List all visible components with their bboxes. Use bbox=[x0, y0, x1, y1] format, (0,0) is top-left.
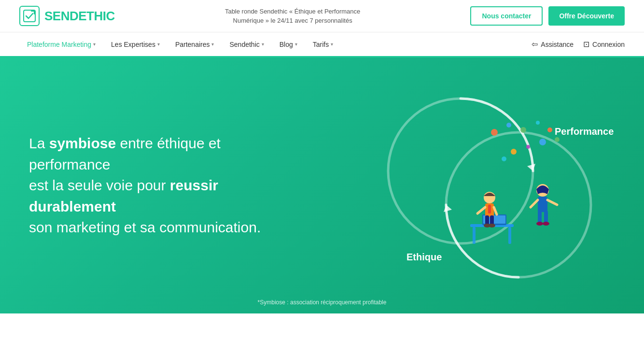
main-navbar: Plateforme Marketing ▾ Les Expertises ▾ … bbox=[0, 32, 644, 57]
svg-point-11 bbox=[526, 145, 530, 149]
chevron-down-icon: ▾ bbox=[211, 42, 214, 47]
nav-item-plateforme[interactable]: Plateforme Marketing ▾ bbox=[19, 32, 103, 57]
hero-diagram: Ethique Performance bbox=[364, 84, 615, 287]
svg-point-6 bbox=[506, 123, 511, 128]
hero-text-content: La symbiose entre éthique et performance… bbox=[0, 104, 309, 267]
hero-section: La symbiose entre éthique et performance… bbox=[0, 57, 644, 313]
svg-line-35 bbox=[531, 200, 538, 207]
svg-line-36 bbox=[547, 200, 557, 205]
connexion-link[interactable]: ⊡ Connexion bbox=[583, 40, 625, 49]
connexion-icon: ⊡ bbox=[583, 40, 589, 49]
header-cta-area: Nous contacter Offre Découverte bbox=[470, 6, 625, 26]
assistance-icon: ⇦ bbox=[532, 40, 538, 49]
svg-point-26 bbox=[489, 224, 495, 227]
svg-point-12 bbox=[539, 139, 546, 145]
chevron-down-icon: ▾ bbox=[157, 42, 160, 47]
svg-rect-0 bbox=[24, 10, 35, 22]
svg-point-5 bbox=[491, 129, 498, 136]
contact-button[interactable]: Nous contacter bbox=[470, 6, 543, 26]
circles-diagram: Ethique Performance bbox=[364, 84, 615, 287]
nav-item-blog[interactable]: Blog ▾ bbox=[272, 32, 305, 57]
logo-text: SENDETHIC bbox=[44, 9, 115, 24]
svg-line-27 bbox=[477, 207, 485, 213]
svg-rect-31 bbox=[538, 211, 542, 223]
svg-point-7 bbox=[520, 127, 526, 133]
svg-point-34 bbox=[543, 222, 549, 226]
svg-point-13 bbox=[555, 137, 560, 142]
nav-item-tarifs[interactable]: Tarifs ▾ bbox=[305, 32, 341, 57]
decouverte-button[interactable]: Offre Découverte bbox=[548, 6, 625, 26]
hero-footnote: *Symbiose : association réciproquement p… bbox=[258, 299, 387, 306]
announcement-text: Table ronde Sendethic « Éthique et Perfo… bbox=[220, 7, 365, 26]
logo[interactable]: SENDETHIC bbox=[19, 6, 115, 26]
chevron-down-icon: ▾ bbox=[93, 42, 96, 47]
chevron-down-icon: ▾ bbox=[262, 42, 264, 47]
hero-title: La symbiose entre éthique et performance… bbox=[29, 133, 280, 238]
site-header: SENDETHIC Table ronde Sendethic « Éthiqu… bbox=[0, 0, 644, 32]
svg-point-14 bbox=[502, 156, 506, 161]
svg-line-28 bbox=[494, 207, 497, 214]
svg-rect-17 bbox=[508, 227, 511, 244]
assistance-link[interactable]: ⇦ Assistance bbox=[532, 40, 574, 49]
nav-item-partenaires[interactable]: Partenaires ▾ bbox=[168, 32, 222, 57]
chevron-down-icon: ▾ bbox=[331, 42, 333, 47]
svg-point-8 bbox=[536, 121, 540, 125]
svg-rect-32 bbox=[544, 211, 548, 223]
nav-right-actions: ⇦ Assistance ⊡ Connexion bbox=[532, 40, 625, 49]
svg-point-9 bbox=[547, 128, 552, 132]
svg-rect-30 bbox=[538, 197, 547, 212]
label-performance: Performance bbox=[555, 126, 614, 137]
label-ethique: Ethique bbox=[406, 252, 442, 262]
svg-point-33 bbox=[536, 222, 543, 226]
svg-rect-16 bbox=[473, 227, 476, 244]
chevron-down-icon: ▾ bbox=[295, 42, 297, 47]
logo-icon bbox=[19, 6, 40, 26]
nav-item-sendethic[interactable]: Sendethic ▾ bbox=[222, 32, 271, 57]
nav-item-expertises[interactable]: Les Expertises ▾ bbox=[103, 32, 168, 57]
svg-point-10 bbox=[511, 149, 517, 155]
svg-rect-22 bbox=[488, 205, 491, 213]
